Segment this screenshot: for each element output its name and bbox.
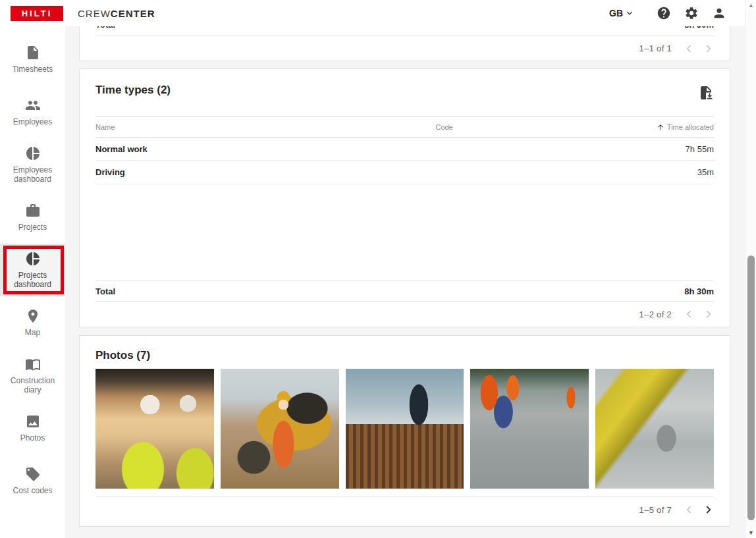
locale-selector[interactable]: GB — [609, 8, 634, 18]
logo-text: HILTI — [22, 9, 53, 18]
pagination-range: 1–2 of 2 — [639, 309, 672, 319]
table-row: Driving 35m — [95, 161, 714, 184]
pagination: 1–1 of 1 — [80, 36, 730, 61]
photo-strip — [95, 369, 714, 489]
app-title-regular: CREW — [78, 8, 111, 19]
sidebar-item-projects-dashboard[interactable]: Projects dashboard — [0, 244, 65, 296]
book-icon — [25, 356, 41, 372]
pie-chart-icon — [25, 146, 41, 161]
photo-thumbnail[interactable] — [595, 369, 714, 489]
time-type-value: 7h 55m — [590, 144, 714, 154]
sidebar-item-construction-diary[interactable]: Construction diary — [0, 349, 65, 402]
photo-thumbnail[interactable] — [221, 369, 339, 489]
column-header-time-allocated[interactable]: Time allocated — [590, 123, 714, 131]
pagination-next-button[interactable] — [702, 503, 715, 516]
scrollbar-up-arrow[interactable]: ▲ — [745, 0, 756, 11]
total-label: Total — [95, 286, 115, 296]
sidebar-item-employees-dashboard[interactable]: Employees dashboard — [0, 138, 65, 191]
chevron-down-icon — [625, 9, 634, 18]
sidebar-item-photos[interactable]: Photos — [0, 402, 65, 454]
sidebar-item-cost-codes[interactable]: Cost codes — [0, 454, 65, 507]
pagination-prev-button[interactable] — [682, 308, 695, 321]
hilti-logo[interactable]: HILTI — [11, 6, 63, 21]
photo-thumbnail[interactable] — [95, 369, 214, 489]
pagination: 1–2 of 2 — [80, 302, 730, 327]
time-types-card: Time types (2) Name Code Time allocated — [79, 68, 730, 327]
pagination-prev-button[interactable] — [682, 42, 695, 55]
settings-icon[interactable] — [684, 6, 699, 20]
help-icon[interactable] — [657, 6, 671, 20]
column-header-name[interactable]: Name — [95, 123, 435, 131]
app-header: HILTI CREWCENTER GB — [0, 0, 745, 26]
pagination: 1–5 of 7 — [80, 497, 730, 522]
photo-thumbnail[interactable] — [470, 369, 589, 489]
app-title: CREWCENTER — [78, 8, 155, 19]
people-icon — [25, 97, 41, 113]
time-type-name: Driving — [95, 167, 435, 177]
pagination-next-button[interactable] — [702, 308, 715, 321]
sidebar-item-timesheets[interactable]: Timesheets — [0, 33, 65, 86]
file-download-icon[interactable] — [698, 85, 714, 102]
image-icon — [25, 414, 41, 429]
sidebar-item-map[interactable]: Map — [0, 296, 65, 349]
user-icon[interactable] — [712, 6, 726, 20]
tag-icon — [25, 466, 41, 482]
sidebar-item-employees[interactable]: Employees — [0, 86, 65, 138]
pagination-range: 1–1 of 1 — [639, 43, 672, 53]
arrow-up-icon — [657, 123, 664, 131]
pagination-range: 1–5 of 7 — [639, 505, 672, 515]
pagination-prev-button[interactable] — [682, 503, 695, 516]
table-total-row: Total 8h 30m — [95, 281, 714, 302]
pagination-next-button[interactable] — [702, 42, 715, 55]
card-title: Photos (7) — [95, 349, 150, 362]
app-title-bold: CENTER — [111, 8, 155, 19]
photos-card: Photos (7) 1–5 of 7 — [79, 335, 730, 527]
main-content: Total 8h 30m 1–1 of 1 Time types (2) — [65, 0, 745, 538]
briefcase-icon — [25, 203, 41, 219]
map-pin-icon — [25, 308, 41, 324]
photo-thumbnail[interactable] — [346, 369, 464, 489]
empty-space — [80, 184, 730, 281]
time-type-value: 35m — [590, 167, 714, 177]
time-type-name: Normal work — [95, 144, 435, 154]
scrollbar-thumb[interactable] — [747, 256, 755, 520]
pie-chart-icon — [25, 251, 41, 267]
card-title: Time types (2) — [95, 84, 171, 97]
document-icon — [25, 45, 41, 61]
column-header-code[interactable]: Code — [435, 123, 590, 131]
scrollbar-down-arrow[interactable]: ▼ — [745, 527, 756, 538]
table-row: Normal work 7h 55m — [95, 138, 714, 161]
locale-label: GB — [609, 8, 623, 18]
total-value: 8h 30m — [684, 286, 714, 296]
table-header-row: Name Code Time allocated — [95, 117, 714, 138]
page-scrollbar: ▲ ▼ — [745, 0, 756, 538]
sidebar-nav: Timesheets Employees Employees dashboard… — [0, 26, 65, 538]
sidebar-item-projects[interactable]: Projects — [0, 191, 65, 244]
